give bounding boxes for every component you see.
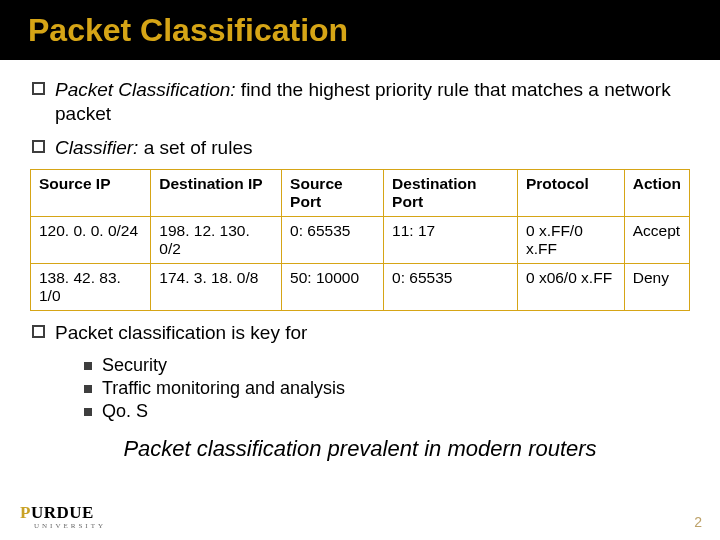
square-bullet-icon [84, 408, 92, 416]
logo-university: UNIVERSITY [34, 522, 106, 530]
col-source-port: Source Port [282, 170, 384, 217]
bullet-term: Packet Classification: [55, 79, 236, 100]
cell: 11: 17 [384, 217, 518, 264]
bullet-rest: a set of rules [138, 137, 252, 158]
col-dest-port: Destination Port [384, 170, 518, 217]
table-header-row: Source IP Destination IP Source Port Des… [31, 170, 690, 217]
cell: 174. 3. 18. 0/8 [151, 264, 282, 311]
sub-bullet-text: Traffic monitoring and analysis [102, 378, 345, 399]
sub-bullet-text: Security [102, 355, 167, 376]
cell: 0 x06/0 x.FF [517, 264, 624, 311]
closing-statement: Packet classification prevalent in moder… [28, 436, 692, 462]
rules-table: Source IP Destination IP Source Port Des… [30, 169, 690, 311]
bullet-box-icon [32, 325, 45, 338]
cell: 198. 12. 130. 0/2 [151, 217, 282, 264]
cell: 0: 65535 [384, 264, 518, 311]
bullet-item: Classifier: a set of rules [32, 136, 692, 160]
cell: 50: 10000 [282, 264, 384, 311]
col-action: Action [624, 170, 689, 217]
cell: 0 x.FF/0 x.FF [517, 217, 624, 264]
bullet-text: Packet classification is key for [55, 321, 692, 345]
sub-bullet-item: Qo. S [84, 401, 692, 422]
cell: 120. 0. 0. 0/24 [31, 217, 151, 264]
sub-bullet-item: Security [84, 355, 692, 376]
bullet-text: Classifier: a set of rules [55, 136, 692, 160]
cell: Deny [624, 264, 689, 311]
square-bullet-icon [84, 362, 92, 370]
cell: 0: 65535 [282, 217, 384, 264]
sub-bullet-item: Traffic monitoring and analysis [84, 378, 692, 399]
col-protocol: Protocol [517, 170, 624, 217]
table-row: 138. 42. 83. 1/0 174. 3. 18. 0/8 50: 100… [31, 264, 690, 311]
bullet-term: Classifier: [55, 137, 138, 158]
page-number: 2 [694, 514, 702, 530]
logo-p: P [20, 503, 31, 522]
bullet-item: Packet classification is key for [32, 321, 692, 345]
bullet-text: Packet Classification: find the highest … [55, 78, 692, 126]
bullet-box-icon [32, 82, 45, 95]
bullet-item: Packet Classification: find the highest … [32, 78, 692, 126]
slide-title: Packet Classification [28, 12, 348, 49]
table-row: 120. 0. 0. 0/24 198. 12. 130. 0/2 0: 655… [31, 217, 690, 264]
bullet-box-icon [32, 140, 45, 153]
cell: 138. 42. 83. 1/0 [31, 264, 151, 311]
sub-bullet-text: Qo. S [102, 401, 148, 422]
logo-rest: URDUE [31, 503, 94, 522]
cell: Accept [624, 217, 689, 264]
purdue-logo: PURDUE UNIVERSITY [20, 503, 106, 530]
col-dest-ip: Destination IP [151, 170, 282, 217]
square-bullet-icon [84, 385, 92, 393]
sub-bullet-list: Security Traffic monitoring and analysis… [84, 355, 692, 422]
title-bar: Packet Classification [0, 0, 720, 60]
col-source-ip: Source IP [31, 170, 151, 217]
slide-body: Packet Classification: find the highest … [0, 60, 720, 462]
